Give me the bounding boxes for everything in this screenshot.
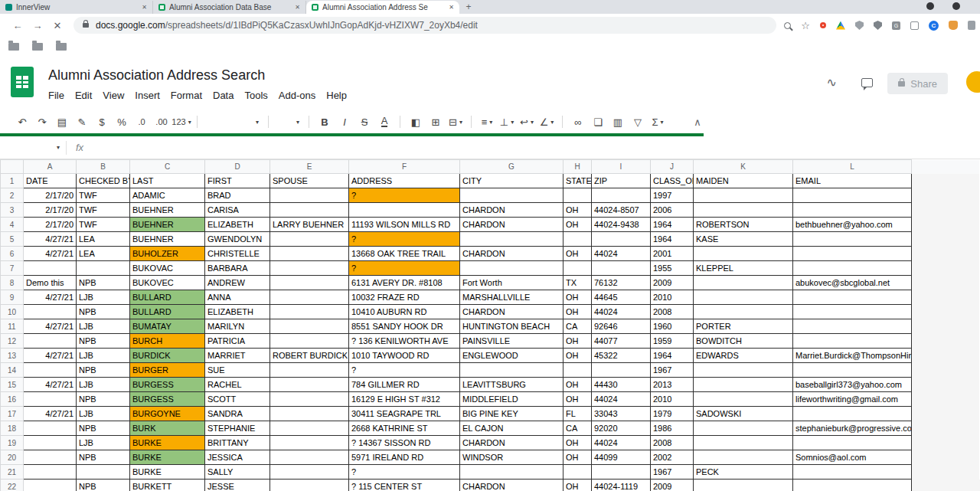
cell[interactable]: ? (349, 363, 460, 378)
cell[interactable]: 44024-1119 (592, 480, 651, 491)
font-family-dropdown[interactable]: ▾ (203, 113, 263, 131)
cell[interactable]: ? 14367 SISSON RD (349, 436, 460, 450)
cell[interactable]: 76132 (592, 276, 651, 290)
red-ring-extension-icon[interactable] (820, 22, 826, 28)
cell[interactable] (694, 203, 793, 218)
bold-button[interactable]: B (321, 116, 328, 128)
row-number[interactable]: 21 (1, 465, 24, 480)
row-number[interactable]: 2 (1, 188, 24, 203)
cell[interactable]: 10410 AUBURN RD (349, 305, 460, 319)
cell[interactable] (694, 392, 793, 407)
menu-insert[interactable]: Insert (129, 88, 165, 103)
cell[interactable]: 4/27/21 (24, 319, 77, 334)
cell[interactable]: SANDRA (205, 407, 270, 421)
cell[interactable] (592, 465, 651, 480)
cell[interactable]: 44024 (592, 392, 651, 407)
cell[interactable]: 45322 (592, 349, 651, 363)
cell[interactable]: OH (564, 247, 592, 261)
cell[interactable]: 1967 (651, 363, 694, 378)
cell[interactable]: EMAIL (793, 174, 912, 188)
cell[interactable] (24, 261, 77, 276)
row-number[interactable]: 4 (1, 218, 24, 232)
cell[interactable]: CHARDON (460, 247, 564, 261)
cell[interactable]: ? (349, 465, 460, 480)
menu-help[interactable]: Help (321, 88, 352, 103)
cell[interactable]: OH (564, 378, 592, 392)
cell[interactable]: Demo this (24, 276, 77, 290)
cell[interactable] (270, 232, 349, 247)
functions-button[interactable]: Σ▾ (648, 113, 668, 131)
cell[interactable] (592, 261, 651, 276)
cell[interactable] (24, 436, 77, 450)
cell[interactable]: BULLARD (130, 305, 205, 319)
cell[interactable]: 2010 (651, 392, 694, 407)
percent-format-button[interactable]: % (112, 113, 132, 131)
undo-button[interactable]: ↶ (12, 113, 32, 131)
cell[interactable] (270, 436, 349, 450)
cell[interactable]: BUKOVAC (130, 261, 205, 276)
cell[interactable]: OH (564, 290, 592, 305)
avatar[interactable] (965, 70, 980, 94)
cell[interactable]: LAST (130, 174, 205, 188)
merge-cells-button[interactable]: ⊟▾ (446, 113, 466, 131)
column-header[interactable]: J (651, 160, 694, 174)
cell[interactable]: SALLY (205, 465, 270, 480)
cell[interactable]: 44024-8507 (592, 203, 651, 218)
hand-extension-icon[interactable] (949, 21, 958, 30)
zoom-icon[interactable] (784, 22, 791, 29)
tab-close-icon[interactable]: ✕ (449, 4, 454, 11)
cell[interactable]: CITY (460, 174, 564, 188)
column-header[interactable]: I (592, 160, 651, 174)
cell[interactable]: EDWARDS (694, 349, 793, 363)
cell[interactable] (793, 261, 912, 276)
cell[interactable]: 8551 SANDY HOOK DR (349, 319, 460, 334)
cell[interactable] (460, 261, 564, 276)
cell[interactable] (793, 407, 912, 421)
cell[interactable]: PECK (694, 465, 793, 480)
cell[interactable] (270, 188, 349, 203)
cell[interactable]: SUE (205, 363, 270, 378)
square-extension-icon[interactable] (910, 21, 919, 30)
cell[interactable] (694, 188, 793, 203)
text-wrap-button[interactable]: ↩▾ (517, 113, 537, 131)
bookmark-folder-icon[interactable] (56, 43, 67, 51)
cell[interactable]: 1967 (651, 465, 694, 480)
redo-button[interactable]: ↷ (32, 113, 52, 131)
cell[interactable]: 44024 (592, 305, 651, 319)
cell[interactable] (793, 334, 912, 349)
cell[interactable] (694, 247, 793, 261)
row-number[interactable]: 19 (1, 436, 24, 450)
cell[interactable] (793, 305, 912, 319)
cell[interactable]: LEA (77, 232, 130, 247)
text-color-button[interactable]: A (381, 116, 388, 127)
cell[interactable]: PAINSVILLE (460, 334, 564, 349)
cell[interactable] (270, 392, 349, 407)
column-header[interactable]: E (270, 160, 349, 174)
cell[interactable]: 44024 (592, 247, 651, 261)
font-size-dropdown[interactable]: ▾ (274, 113, 303, 131)
formula-input[interactable] (93, 136, 980, 159)
cell[interactable]: BURKETT (130, 480, 205, 491)
cell[interactable] (270, 450, 349, 465)
cell[interactable]: BURDICK (130, 349, 205, 363)
cell[interactable]: CHARDON (460, 305, 564, 319)
cell[interactable] (270, 407, 349, 421)
forward-button[interactable]: → (28, 20, 47, 31)
cell[interactable]: 4/27/21 (24, 407, 77, 421)
cell[interactable]: ? (349, 232, 460, 247)
cell[interactable]: 44430 (592, 378, 651, 392)
cell[interactable]: BRITTANY (205, 436, 270, 450)
cell[interactable]: 44077 (592, 334, 651, 349)
cell[interactable]: OH (564, 218, 592, 232)
select-all-corner[interactable] (1, 160, 24, 174)
cell[interactable]: abukovec@sbcglobal.net (793, 276, 912, 290)
cell[interactable]: ? 115 CENTER ST (349, 480, 460, 491)
cell[interactable] (564, 465, 592, 480)
cell[interactable]: LEAVITTSBURG (460, 378, 564, 392)
column-header[interactable]: H (564, 160, 592, 174)
currency-format-button[interactable]: $ (92, 113, 112, 131)
cell[interactable]: baseballgirl373@yahoo.com (793, 378, 912, 392)
cell[interactable]: 11193 WILSON MILLS RD (349, 218, 460, 232)
menu-format[interactable]: Format (165, 88, 207, 103)
column-header[interactable]: D (205, 160, 270, 174)
